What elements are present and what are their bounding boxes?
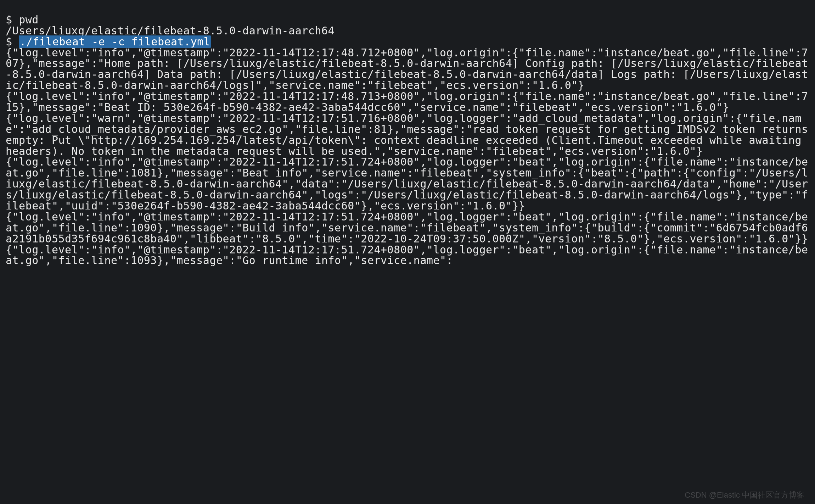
command-pwd: pwd bbox=[19, 13, 39, 26]
log-line: {"log.level":"info","@timestamp":"2022-1… bbox=[6, 90, 808, 113]
log-line: {"log.level":"warn","@timestamp":"2022-1… bbox=[6, 112, 815, 157]
watermark-text: CSDN @Elastic 中国社区官方博客 bbox=[685, 490, 804, 500]
log-line: {"log.level":"info","@timestamp":"2022-1… bbox=[6, 243, 808, 267]
terminal-window[interactable]: $ pwd /Users/liuxg/elastic/filebeat-8.5.… bbox=[0, 0, 815, 266]
pwd-output: /Users/liuxg/elastic/filebeat-8.5.0-darw… bbox=[6, 24, 335, 37]
log-line: {"log.level":"info","@timestamp":"2022-1… bbox=[6, 46, 808, 92]
shell-prompt: $ bbox=[6, 35, 12, 48]
command-filebeat: ./filebeat -e -c filebeat.yml bbox=[19, 35, 211, 48]
shell-prompt: $ bbox=[6, 13, 12, 26]
log-line: {"log.level":"info","@timestamp":"2022-1… bbox=[6, 211, 808, 245]
log-line: {"log.level":"info","@timestamp":"2022-1… bbox=[6, 156, 808, 212]
